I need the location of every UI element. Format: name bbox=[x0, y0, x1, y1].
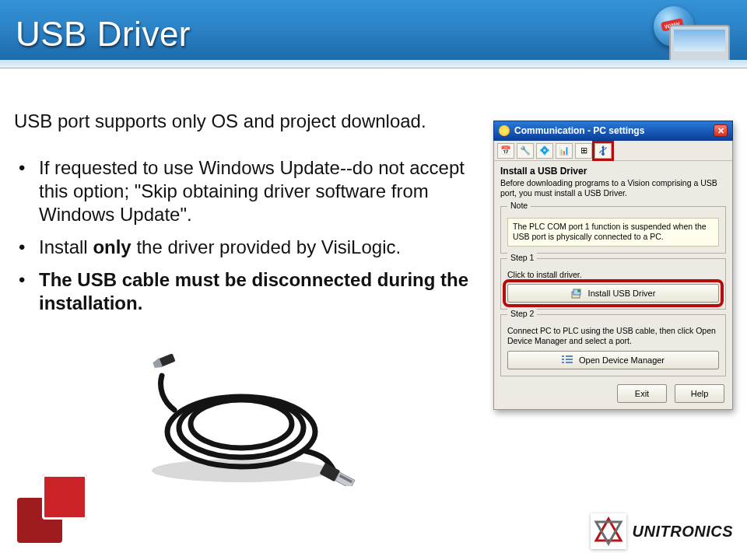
install-heading: Install a USB Driver bbox=[494, 161, 732, 178]
svg-point-12 bbox=[577, 289, 580, 292]
svg-rect-13 bbox=[562, 355, 564, 357]
svg-rect-17 bbox=[562, 362, 564, 363]
install-usb-driver-button[interactable]: Install USB Driver bbox=[507, 284, 719, 303]
bullet-1: If requested to use Windows Update--do n… bbox=[14, 156, 481, 226]
step2-text: Connect PC to PLC using the USB cable, t… bbox=[507, 326, 719, 346]
bullet-2-post: the driver provided by VisiLogic. bbox=[132, 236, 401, 257]
slide-body: USB port supports only OS and project do… bbox=[14, 109, 481, 324]
svg-rect-16 bbox=[566, 359, 573, 360]
bullet-3-bold: The USB cable must be disconnected durin… bbox=[39, 269, 468, 313]
dialog-title-text: Communication - PC settings bbox=[514, 125, 644, 136]
svg-rect-18 bbox=[566, 362, 573, 363]
square-icon bbox=[42, 474, 87, 520]
list-icon bbox=[562, 355, 573, 366]
exit-label: Exit bbox=[635, 389, 649, 398]
bullet-1-text: If requested to use Windows Update--do n… bbox=[39, 157, 465, 225]
bullet-2-bold: only bbox=[93, 236, 131, 257]
help-button[interactable]: Help bbox=[675, 384, 724, 403]
open-device-manager-button[interactable]: Open Device Manager bbox=[507, 351, 719, 369]
svg-rect-4 bbox=[319, 463, 340, 481]
usb-cable-image bbox=[124, 354, 358, 486]
step1-group: Step 1 Click to install driver. Install … bbox=[500, 258, 726, 310]
close-button[interactable]: ✕ bbox=[714, 124, 728, 137]
dialog-footer: Exit Help bbox=[494, 381, 732, 404]
laptop-icon bbox=[669, 25, 730, 62]
step2-legend: Step 2 bbox=[507, 309, 537, 318]
toolbar-btn-usb[interactable] bbox=[594, 143, 612, 159]
bullet-2: Install only the driver provided by Visi… bbox=[14, 236, 481, 259]
square-icon bbox=[17, 498, 62, 543]
bullet-3: The USB cable must be disconnected durin… bbox=[14, 268, 481, 315]
toolbar-btn-2[interactable]: 🔧 bbox=[517, 143, 534, 159]
svg-rect-15 bbox=[562, 359, 564, 360]
slide-title: USB Driver bbox=[16, 15, 191, 54]
svg-point-0 bbox=[152, 459, 331, 482]
step2-group: Step 2 Connect PC to PLC using the USB c… bbox=[500, 314, 726, 376]
sun-icon bbox=[499, 125, 510, 136]
corner-squares-decoration bbox=[11, 471, 104, 549]
installer-icon bbox=[571, 288, 582, 299]
brand-mark-icon bbox=[591, 513, 626, 549]
brand-name: UNITRONICS bbox=[633, 523, 733, 541]
note-group: Note The PLC COM port 1 function is susp… bbox=[500, 206, 726, 253]
toolbar-btn-4[interactable]: 📊 bbox=[556, 143, 573, 159]
svg-point-2 bbox=[179, 398, 303, 457]
note-legend: Note bbox=[507, 201, 531, 210]
slide-header: USB Driver bbox=[0, 0, 747, 68]
brand-logo: UNITRONICS bbox=[591, 513, 733, 549]
install-desc: Before downloading programs to a Vision … bbox=[494, 178, 732, 203]
pc-settings-dialog: Communication - PC settings ✕ 📅 🔧 💠 📊 ⊞ … bbox=[493, 121, 733, 410]
svg-rect-14 bbox=[566, 355, 573, 357]
svg-rect-5 bbox=[335, 472, 355, 486]
step1-text: Click to install driver. bbox=[507, 270, 719, 279]
dialog-toolbar: 📅 🔧 💠 📊 ⊞ bbox=[494, 141, 732, 161]
svg-point-1 bbox=[167, 397, 315, 467]
toolbar-btn-1[interactable]: 📅 bbox=[497, 143, 514, 159]
svg-point-3 bbox=[191, 400, 292, 448]
toolbar-btn-3[interactable]: 💠 bbox=[536, 143, 553, 159]
usb-icon bbox=[598, 145, 608, 156]
dialog-body: 📅 🔧 💠 📊 ⊞ Install a USB Driver Before do… bbox=[493, 141, 733, 410]
svg-marker-8 bbox=[152, 358, 163, 370]
open-devmgr-label: Open Device Manager bbox=[579, 355, 665, 365]
toolbar-btn-5[interactable]: ⊞ bbox=[575, 143, 592, 159]
help-label: Help bbox=[691, 389, 709, 398]
globe-icon bbox=[654, 6, 694, 47]
svg-rect-7 bbox=[158, 354, 176, 367]
dialog-titlebar: Communication - PC settings ✕ bbox=[493, 121, 733, 141]
header-decoration bbox=[632, 5, 733, 64]
intro-text: USB port supports only OS and project do… bbox=[14, 109, 481, 133]
step1-legend: Step 1 bbox=[507, 253, 537, 262]
svg-rect-6 bbox=[339, 474, 353, 484]
install-btn-label: Install USB Driver bbox=[588, 289, 656, 298]
note-text: The PLC COM port 1 function is suspended… bbox=[507, 218, 719, 246]
exit-button[interactable]: Exit bbox=[617, 384, 667, 403]
bullet-list: If requested to use Windows Update--do n… bbox=[14, 156, 481, 315]
svg-point-9 bbox=[601, 152, 605, 156]
bullet-2-pre: Install bbox=[39, 236, 93, 257]
